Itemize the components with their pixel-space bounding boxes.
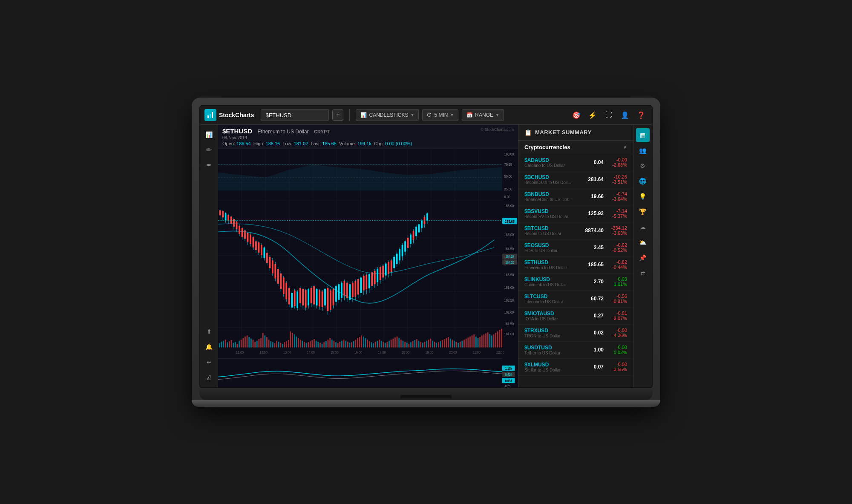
svg-rect-290	[357, 279, 359, 294]
crypto-list-item[interactable]: $TRXUSD TRON to US Dollar 0.02 -0.00-4.3…	[518, 325, 633, 342]
chart-symbol: $ETHUSD Ethereum to US Dollar CRYPT	[222, 127, 481, 135]
crypto-names: $BTCUSD Bitcoin to US Dollar	[524, 225, 578, 236]
add-ticker-button[interactable]: +	[332, 109, 343, 121]
svg-rect-268	[327, 288, 329, 311]
svg-rect-288	[355, 281, 357, 296]
svg-rect-282	[346, 282, 348, 298]
crypto-list-item[interactable]: $ETHUSD Ethereum to US Dollar 185.65 -0.…	[518, 256, 633, 274]
crypto-list-item[interactable]: $LINKUSD Chainlink to US Dollar 2.70 0.0…	[518, 274, 633, 291]
crypto-list-item[interactable]: $XLMUSD Stellar to US Dollar 0.07 -0.00-…	[518, 359, 633, 376]
svg-rect-92	[312, 340, 313, 347]
cloud2-icon-btn[interactable]: ⛅	[636, 236, 650, 249]
crypto-change: -0.02-0.52%	[604, 242, 627, 253]
filter-icon-btn[interactable]: ⚙	[636, 159, 650, 173]
crypto-list-item[interactable]: $BCHUSD BitcoinCash to US Doll... 281.64…	[518, 171, 633, 188]
time-icon: ⏱	[427, 112, 432, 118]
svg-text:16:00: 16:00	[354, 350, 363, 354]
crypto-change: -0.00-4.36%	[604, 328, 627, 338]
fullscreen-button[interactable]: ⛶	[602, 109, 615, 121]
svg-rect-58	[245, 336, 246, 347]
svg-rect-171	[467, 337, 469, 347]
svg-rect-50	[229, 341, 230, 347]
bell-icon[interactable]: 🔔	[203, 340, 216, 353]
svg-rect-270	[330, 290, 331, 310]
right-icons-sidebar: ▦ 👥 ⚙ 🌐 💡 🏆 ☁ ⛅ 📌 ⇄	[633, 125, 652, 387]
crypto-list-item[interactable]: $EOSUSD EOS to US Dollar 3.45 -0.02-0.52…	[518, 239, 633, 256]
svg-rect-63	[254, 342, 256, 347]
market-summary-icon-btn[interactable]: ▦	[636, 128, 650, 142]
svg-rect-54	[237, 343, 238, 347]
crypto-list-item[interactable]: $BTCUSD Bitcoin to US Dollar 8874.40 -33…	[518, 222, 633, 239]
svg-rect-68	[264, 335, 265, 347]
crypto-price: 60.72	[578, 296, 604, 302]
crypto-names: $ETHUSD Ethereum to US Dollar	[524, 259, 578, 270]
svg-rect-135	[397, 336, 398, 347]
svg-rect-180	[485, 333, 486, 347]
svg-rect-165	[456, 342, 457, 347]
svg-rect-122	[371, 342, 372, 347]
chart-canvas[interactable]: 100.00 70.85 50.00 25.00 0.00 186.00 185…	[218, 149, 518, 387]
crosshair-button[interactable]: 🎯	[570, 109, 583, 121]
svg-rect-128	[383, 342, 384, 347]
svg-rect-296	[366, 275, 367, 289]
svg-rect-142	[410, 342, 412, 347]
crypto-names: $MIOTAUSD IOTA to US Dollar	[524, 311, 578, 321]
svg-rect-1	[210, 114, 211, 118]
svg-rect-73	[274, 343, 276, 347]
upload-icon[interactable]: ⬆	[203, 325, 216, 338]
timeframe-button[interactable]: ⏱ 5 MIN ▼	[422, 109, 458, 121]
svg-rect-94	[316, 340, 317, 347]
svg-rect-144	[414, 340, 415, 347]
crypto-price: 0.04	[578, 159, 604, 165]
drawing-tool-icon[interactable]: ✏	[203, 144, 216, 156]
crypto-name: Stellar to US Dollar	[524, 368, 578, 372]
help-button[interactable]: ❓	[635, 109, 648, 121]
share-icon[interactable]: ↩	[203, 356, 216, 369]
svg-rect-240	[288, 288, 290, 304]
range-button[interactable]: 📅 RANGE ▼	[462, 109, 504, 121]
swap-icon-btn[interactable]: ⇄	[636, 266, 650, 280]
svg-rect-82	[292, 333, 293, 347]
svg-rect-98	[323, 342, 325, 347]
svg-text:181.00: 181.00	[504, 331, 514, 336]
svg-rect-330	[413, 231, 414, 240]
crypto-list-item[interactable]: $BSVUSD Bitcoin SV to US Dollar 125.92 -…	[518, 205, 633, 222]
panel-header: 📋 MARKET SUMMARY	[518, 125, 633, 141]
globe-icon-btn[interactable]: 🌐	[636, 174, 650, 188]
crypto-price: 1.00	[578, 347, 604, 353]
pencil-icon[interactable]: ✒	[203, 159, 216, 172]
crypto-symbol: $EOSUSD	[524, 242, 578, 248]
svg-rect-182	[489, 334, 490, 347]
crypto-list-item[interactable]: $MIOTAUSD IOTA to US Dollar 0.27 -0.01-2…	[518, 308, 633, 325]
crypto-list-item[interactable]: $LTCUSD Litecoin to US Dollar 60.72 -0.5…	[518, 291, 633, 308]
svg-rect-218	[258, 242, 260, 252]
logo-icon	[204, 109, 216, 121]
lightbulb-icon-btn[interactable]: 💡	[636, 190, 650, 203]
cloud-icon-btn[interactable]: ☁	[636, 220, 650, 234]
crypto-list-item[interactable]: $BNBUSD BinanceCoin to US Dol... 19.66 -…	[518, 188, 633, 205]
svg-rect-184	[493, 334, 495, 347]
chart-date: 08-Nov-2019	[222, 135, 481, 140]
svg-rect-46	[221, 342, 222, 347]
crypto-list-item[interactable]: $USDTUSD Tether to US Dollar 1.00 0.000.…	[518, 342, 633, 359]
svg-rect-163	[452, 340, 453, 347]
candlesticks-button[interactable]: 📊 CANDLESTICKS ▼	[356, 109, 419, 121]
section-collapse-button[interactable]: ∧	[623, 144, 627, 150]
crypto-symbol: $LINKUSD	[524, 276, 578, 282]
svg-rect-272	[333, 289, 334, 305]
people-icon-btn[interactable]: 👥	[636, 144, 650, 157]
chart-type-icon[interactable]: 📊	[203, 128, 216, 141]
svg-rect-168	[462, 340, 463, 347]
account-button[interactable]: 👤	[619, 109, 631, 121]
signal-button[interactable]: ⚡	[586, 109, 599, 121]
ticker-input[interactable]	[261, 109, 329, 121]
print-icon[interactable]: 🖨	[203, 371, 216, 384]
svg-rect-173	[472, 335, 473, 347]
pin-icon-btn[interactable]: 📌	[636, 251, 650, 265]
svg-rect-71	[270, 341, 271, 347]
crypto-list-item[interactable]: $ADAUSD Cardano to US Dollar 0.04 -0.00-…	[518, 154, 633, 171]
svg-rect-79	[286, 341, 287, 347]
svg-rect-126	[379, 340, 380, 347]
trophy-icon-btn[interactable]: 🏆	[636, 205, 650, 219]
crypto-symbol: $LTCUSD	[524, 294, 578, 300]
